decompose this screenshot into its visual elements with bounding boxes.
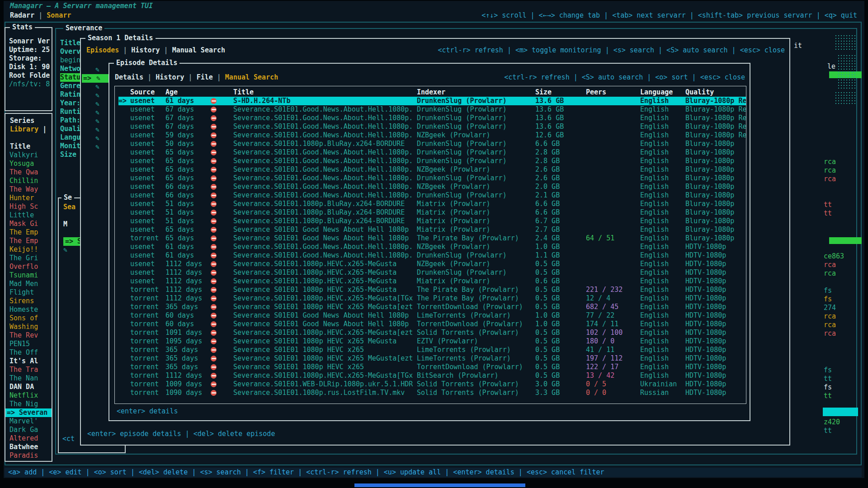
series-list-item[interactable]: The Qwa [5, 168, 52, 177]
series-list-item[interactable]: Yosuga [5, 160, 52, 168]
episode-row[interactable]: ✎ [82, 134, 109, 143]
search-result-row[interactable]: torrent 365 days Severance S01E01 1080p … [118, 363, 746, 371]
servarr-tab[interactable]: Radarr [10, 11, 34, 20]
search-result-row[interactable]: usenet 61 days Severance.S01E01.Good.New… [118, 251, 746, 260]
search-result-row[interactable]: usenet 1112 days Severance.S01E01.1080p.… [118, 268, 746, 277]
episode-row[interactable]: ✎ [82, 66, 109, 74]
series-list-item[interactable]: The Rev [5, 331, 52, 340]
search-result-row[interactable]: usenet 67 days Severance.S01E01.Good.New… [118, 105, 746, 114]
series-list-item[interactable]: The Emp [5, 237, 52, 245]
episode-row[interactable]: ✎ [82, 143, 109, 151]
series-list-item[interactable]: Chillin [5, 177, 52, 185]
search-result-row[interactable]: torrent 365 days Severance S01E01 1080p … [118, 303, 746, 311]
column-header-source[interactable]: Source [130, 88, 165, 97]
search-result-row[interactable]: torrent 60 days Severance S01E01 Good Ne… [118, 311, 746, 320]
search-result-row[interactable]: torrent 1090 days Severance.S01E01.1080p… [118, 389, 746, 397]
series-list-item[interactable]: Flight [5, 288, 52, 297]
episode-tab-label[interactable]: File [197, 73, 213, 81]
episode-tab-label[interactable]: Manual Search [225, 73, 278, 81]
episode-row[interactable]: => ✎ [82, 74, 109, 83]
search-result-row[interactable]: usenet 65 days Severance.S01E01.Good.New… [118, 174, 746, 183]
episode-row[interactable]: ✎ [82, 83, 109, 91]
series-list-item[interactable]: Mask Gi [5, 220, 52, 228]
search-result-row[interactable]: torrent 1112 days Severance.S01E01.1080p… [118, 294, 746, 303]
season-tab-label[interactable]: Manual Search [172, 46, 225, 54]
search-result-row[interactable]: usenet 65 days Severance.S01E01.Good.New… [118, 148, 746, 157]
search-result-row[interactable]: usenet 51 days Severance.S01E01.1080p.Bl… [118, 200, 746, 208]
season-modal-tab[interactable]: Episodes [86, 46, 119, 55]
series-list-item[interactable]: DAN DA [5, 383, 52, 391]
series-list-item[interactable]: Batwhee [5, 443, 52, 451]
episode-row[interactable]: ✎ [82, 91, 109, 100]
episode-modal-tab[interactable]: Details [115, 73, 143, 82]
column-header-peers[interactable]: Peers [586, 88, 640, 97]
season-modal-tab[interactable]: | Manual Search [160, 46, 226, 55]
search-result-row[interactable]: usenet 67 days Severance.S01E01.Good.New… [118, 122, 746, 131]
season-modal-tab[interactable]: | History [119, 46, 160, 55]
search-result-row[interactable]: torrent 365 days Severance S01E01 1080p … [118, 346, 746, 354]
episode-row[interactable]: ✎ [82, 117, 109, 126]
episode-modal-tab[interactable]: | History [143, 73, 184, 82]
episode-tab-label[interactable]: History [156, 73, 184, 81]
search-result-row[interactable]: torrent 1112 days Severance S01E01 1080p… [118, 286, 746, 294]
series-list-item[interactable]: Hunter [5, 194, 52, 202]
search-result-row[interactable]: torrent 1112 days Severance.S01E01.1080p… [118, 371, 746, 380]
series-list-item[interactable]: Mad Men [5, 280, 52, 288]
series-tab-library[interactable]: Library [10, 125, 38, 133]
search-result-row[interactable]: usenet 66 days Severance.S01E01.Good.New… [118, 183, 746, 191]
search-result-row[interactable]: => usenet 61 days S-HD.H.264-NTb Drunken… [118, 97, 746, 105]
series-list-item[interactable]: Tsunami [5, 271, 52, 280]
series-list-item[interactable]: High Sc [5, 202, 52, 211]
series-list-item[interactable]: The Way [5, 185, 52, 194]
series-list-item[interactable]: Homeste [5, 305, 52, 314]
search-result-row[interactable]: usenet 65 days Severance S01E01 Good New… [118, 225, 746, 234]
episode-modal-tab[interactable]: | File [184, 73, 213, 82]
search-result-row[interactable]: torrent 365 days Severance S01E01 1080p … [118, 354, 746, 363]
search-result-row[interactable]: usenet 66 days Severance.S01E01.Good.New… [118, 191, 746, 200]
series-list-item[interactable]: PEN15 [5, 340, 52, 348]
column-header-age[interactable]: Age [165, 88, 211, 97]
episode-row[interactable]: ✎ [82, 126, 109, 134]
column-header-title[interactable]: Title [233, 88, 417, 97]
servarr-tab-label[interactable]: Sonarr [47, 11, 71, 19]
episode-row[interactable]: ✎ [82, 108, 109, 117]
search-result-row[interactable]: usenet 51 days Severance.S01E01.1080p.Bl… [118, 217, 746, 225]
series-list-item[interactable]: The Tra [5, 366, 52, 374]
series-list-item[interactable]: The Nig [5, 400, 52, 408]
column-header-language[interactable]: Language [640, 88, 685, 97]
series-list-item[interactable]: Paradis [5, 451, 52, 460]
episode-tab-label[interactable]: Details [115, 73, 143, 81]
search-result-row[interactable]: usenet 67 days Severance.S01E01.Good.New… [118, 114, 746, 122]
episode-row[interactable]: ✎ [82, 100, 109, 108]
search-result-row[interactable]: torrent 60 days Severance S01E01 Good Ne… [118, 320, 746, 328]
search-result-row[interactable]: torrent 1009 days Severance.S01E01.WEB-D… [118, 380, 746, 389]
series-list-item[interactable]: The Off [5, 348, 52, 357]
search-result-row[interactable]: usenet 1112 days Severance.S01E01.1080p.… [118, 260, 746, 268]
series-list-item[interactable]: Altered [5, 434, 52, 443]
series-list-item[interactable]: It's Al [5, 357, 52, 366]
search-result-row[interactable]: usenet 59 days Severance.S01E01.Good.New… [118, 131, 746, 140]
season-tab-label[interactable]: Episodes [86, 46, 119, 54]
search-result-row[interactable]: torrent 65 days Severance S01E01 Good Ne… [118, 234, 746, 243]
search-result-row[interactable]: torrent 1091 days Severance.S01E01.1080p… [118, 328, 746, 337]
series-list-item[interactable]: Valkyri [5, 151, 52, 160]
episode-modal-tab[interactable]: | Manual Search [213, 73, 278, 82]
series-list-item[interactable]: The Emp [5, 228, 52, 237]
search-result-row[interactable]: usenet 65 days Severance.S01E01.Good.New… [118, 157, 746, 165]
servarr-tab[interactable]: | Sonarr [34, 11, 71, 20]
series-list-item[interactable]: Dark Ga [5, 426, 52, 434]
search-result-row[interactable]: usenet 65 days Severance.S01E01.Good.New… [118, 165, 746, 174]
search-result-row[interactable]: usenet 50 days Severance.S01E01.1080p.Bl… [118, 140, 746, 148]
series-list-item[interactable]: Little [5, 211, 52, 220]
series-list-item[interactable]: Marvel' [5, 417, 52, 426]
series-list-item[interactable]: Keijo!! [5, 245, 52, 254]
column-header-indexer[interactable]: Indexer [417, 88, 535, 97]
column-header-quality[interactable]: Quality [685, 88, 746, 97]
series-list-item[interactable]: The Nan [5, 374, 52, 383]
search-result-row[interactable]: usenet 1112 days Severance.S01E01.1080p.… [118, 277, 746, 286]
search-result-row[interactable]: usenet 61 days Severance.S01E01.Good.New… [118, 243, 746, 251]
series-list-item[interactable]: Washing [5, 323, 52, 331]
column-header-size[interactable]: Size [535, 88, 586, 97]
series-list-item[interactable]: Overflo [5, 263, 52, 271]
search-result-row[interactable]: torrent 1095 days Severance S01E01 1080p… [118, 337, 746, 346]
